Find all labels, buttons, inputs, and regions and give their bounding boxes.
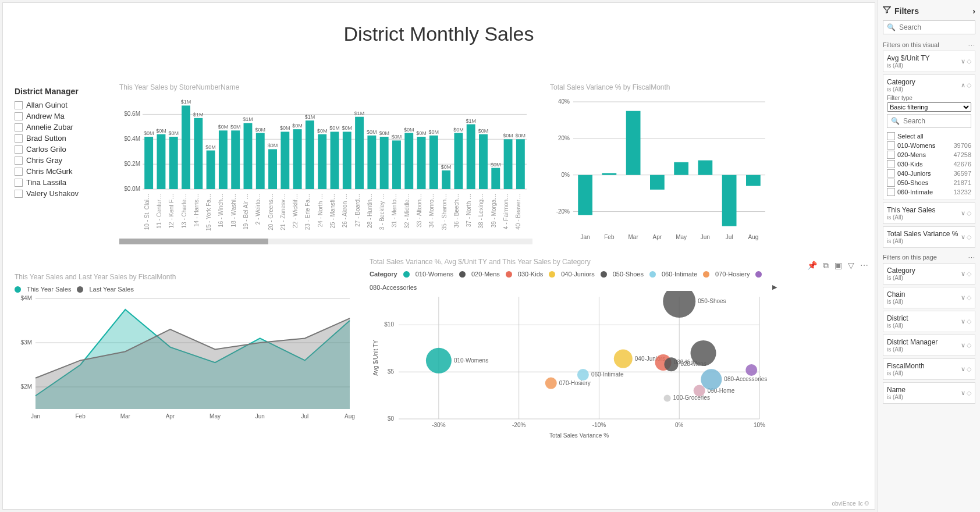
filter-option[interactable]: 030-Kids42676 [887, 159, 971, 169]
slicer-label: Chris Gray [26, 156, 62, 165]
filter-card[interactable]: Chainis (All)∨◇ [883, 287, 975, 308]
filter-card[interactable]: Categoryis (All)∧◇Filter typeBasic filte… [883, 74, 975, 200]
chevron-down-icon[interactable]: ∨ [961, 294, 965, 301]
checkbox-icon[interactable] [15, 145, 23, 154]
clear-icon[interactable]: ◇ [967, 318, 971, 325]
filter-card[interactable]: District Manageris (All)∨◇ [883, 335, 975, 356]
filter-card[interactable]: This Year Salesis (All)∨◇ [883, 202, 975, 224]
svg-rect-59 [355, 117, 364, 189]
chevron-down-icon[interactable]: ∨ [961, 365, 965, 373]
filter-option[interactable]: 040-Juniors36597 [887, 169, 971, 178]
section-more-icon[interactable]: ··· [968, 254, 975, 261]
filter-option[interactable]: 050-Shoes21871 [887, 178, 971, 187]
filter-card[interactable]: Nameis (All)∨◇ [883, 382, 975, 404]
chart-sales-by-store[interactable]: This Year Sales by StoreNumberName $0.0M… [119, 83, 532, 252]
checkbox-icon[interactable] [887, 188, 895, 196]
clear-icon[interactable]: ◇ [967, 342, 971, 349]
checkbox-icon[interactable] [887, 169, 895, 177]
filters-search-input[interactable] [899, 23, 971, 31]
clear-icon[interactable]: ◇ [967, 233, 971, 241]
focus-icon[interactable]: ▣ [835, 261, 842, 271]
checkbox-icon[interactable] [887, 141, 895, 150]
filter-option[interactable]: 010-Womens39706 [887, 141, 971, 150]
checkbox-icon[interactable] [887, 151, 895, 159]
filter-card[interactable]: Total Sales Variance %is (All)∨◇ [883, 226, 975, 248]
svg-text:33 - Altoon…: 33 - Altoon… [416, 194, 422, 227]
chart-sales-area[interactable]: This Year Sales and Last Year Sales by F… [15, 273, 358, 447]
checkbox-icon[interactable] [15, 123, 23, 131]
slicer-item[interactable]: Valery Ushakov [15, 188, 108, 199]
filter-search-input[interactable] [903, 117, 967, 125]
clear-icon[interactable]: ◇ [967, 365, 971, 373]
filter-card[interactable]: FiscalMonthis (All)∨◇ [883, 358, 975, 380]
section-more-icon[interactable]: ··· [968, 41, 975, 48]
svg-text:$0M: $0M [491, 162, 501, 168]
checkbox-icon[interactable] [15, 112, 23, 120]
svg-text:40%: 40% [558, 98, 570, 105]
slicer-item[interactable]: Tina Lassila [15, 177, 108, 188]
slicer-item[interactable]: Andrew Ma [15, 111, 108, 122]
checkbox-icon[interactable] [887, 160, 895, 168]
chevron-down-icon[interactable]: ∨ [961, 58, 965, 65]
slicer-item[interactable]: Carlos Grilo [15, 144, 108, 155]
chart-scrollbar[interactable] [119, 239, 532, 244]
filter-option[interactable]: 060-Intimate13232 [887, 187, 971, 197]
slicer-item[interactable]: Brad Sutton [15, 133, 108, 144]
legend-label: 060-Intimate [662, 271, 697, 278]
filter-icon[interactable]: ▽ [848, 261, 854, 271]
copy-icon[interactable]: ⧉ [823, 261, 829, 271]
chevron-down-icon[interactable]: ∨ [961, 342, 965, 349]
filters-search[interactable]: 🔍 [883, 20, 975, 34]
chevron-down-icon[interactable]: ∨ [961, 233, 965, 241]
chevron-down-icon[interactable]: ∨ [961, 209, 965, 217]
pin-icon[interactable]: 📌 [807, 261, 817, 271]
svg-text:Aug: Aug [748, 234, 758, 240]
checkbox-icon[interactable] [15, 134, 23, 143]
checkbox-icon[interactable] [887, 179, 895, 187]
filter-card[interactable]: Districtis (All)∨◇ [883, 311, 975, 332]
clear-icon[interactable]: ◇ [967, 209, 971, 217]
svg-rect-71 [404, 133, 413, 189]
checkbox-icon[interactable] [887, 132, 895, 140]
filter-option[interactable]: Select all [887, 131, 971, 141]
chevron-up-icon[interactable]: ∧ [961, 81, 965, 89]
clear-icon[interactable]: ◇ [967, 58, 971, 65]
chevron-down-icon[interactable]: ∨ [961, 270, 965, 278]
svg-text:$5: $5 [388, 368, 395, 375]
chevron-down-icon[interactable]: ∨ [961, 318, 965, 325]
svg-rect-92 [491, 168, 500, 189]
svg-text:$0M: $0M [292, 123, 303, 129]
chart-variance-by-month[interactable]: Total Sales Variance % by FiscalMonth -2… [550, 83, 771, 252]
slicer-item[interactable]: Annelie Zubar [15, 122, 108, 133]
svg-rect-121 [722, 175, 737, 226]
clear-icon[interactable]: ◇ [967, 270, 971, 278]
filter-option[interactable]: 020-Mens47258 [887, 150, 971, 159]
clear-icon[interactable]: ◇ [967, 294, 971, 301]
svg-rect-109 [578, 175, 592, 215]
slicer-item[interactable]: Allan Guinot [15, 99, 108, 111]
slicer-item[interactable]: Chris Gray [15, 155, 108, 166]
chevron-down-icon[interactable]: ∨ [961, 389, 965, 397]
option-label: 020-Mens [897, 151, 951, 158]
scrollbar-thumb[interactable] [119, 239, 268, 244]
option-label: 030-Kids [897, 161, 951, 168]
clear-icon[interactable]: ◇ [967, 389, 971, 397]
filter-card[interactable]: Avg $/Unit TYis (All)∨◇ [883, 51, 975, 72]
filter-type-label: Filter type [887, 95, 971, 101]
filter-sub: is (All) [887, 298, 958, 305]
svg-text:Jan: Jan [581, 234, 590, 240]
svg-rect-80 [442, 170, 450, 189]
checkbox-icon[interactable] [15, 190, 23, 198]
checkbox-icon[interactable] [15, 179, 23, 187]
filter-type-select[interactable]: Basic filtering [887, 102, 971, 112]
clear-icon[interactable]: ◇ [967, 81, 971, 89]
checkbox-icon[interactable] [15, 168, 23, 176]
more-icon[interactable]: ⋯ [860, 261, 869, 271]
filter-card[interactable]: Categoryis (All)∨◇ [883, 263, 975, 285]
legend-next-icon[interactable]: ▶ [772, 283, 777, 291]
slicer-item[interactable]: Chris McGurk [15, 166, 108, 177]
collapse-icon[interactable]: › [972, 6, 975, 16]
chart-scatter-category[interactable]: Total Sales Variance %, Avg $/Unit TY an… [370, 258, 777, 456]
checkbox-icon[interactable] [15, 101, 23, 109]
checkbox-icon[interactable] [15, 157, 23, 165]
